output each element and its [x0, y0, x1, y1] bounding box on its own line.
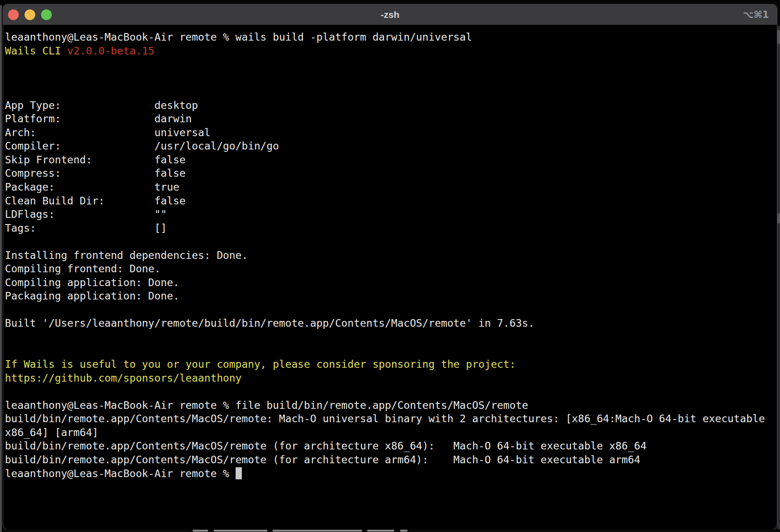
terminal-line [5, 303, 777, 317]
terminal-line: Installing frontend dependencies: Done. [5, 249, 777, 262]
terminal-text-segment: Arch: universal [5, 126, 211, 138]
traffic-lights [8, 4, 52, 25]
terminal-line [5, 58, 777, 71]
terminal-text-segment: Compress: false [5, 167, 186, 179]
terminal-text-segment: LDFlags: "" [5, 208, 167, 220]
background-window-edge-right [777, 26, 780, 529]
background-window-fragment [400, 530, 407, 532]
terminal-text-segment: Built '/Users/leaanthony/remote/build/bi… [5, 317, 535, 329]
terminal-cursor [236, 467, 242, 479]
window-shortcut-badge: ⌥⌘1 [743, 4, 769, 25]
terminal-line: LDFlags: "" [5, 208, 777, 221]
terminal-text-segment: leaanthony@Leas-MacBook-Air remote % wai… [5, 31, 472, 43]
terminal-text-segment: leaanthony@Leas-MacBook-Air remote % fil… [5, 399, 528, 411]
terminal-text-segment: Clean Build Dir: false [5, 195, 186, 207]
terminal-content[interactable]: leaanthony@Leas-MacBook-Air remote % wai… [3, 25, 777, 480]
terminal-text-segment: App Type: desktop [5, 99, 198, 111]
terminal-line: Packaging application: Done. [5, 289, 777, 303]
terminal-text-segment: Tags: [] [5, 222, 167, 234]
window-title: -zsh [381, 9, 399, 20]
terminal-text-segment: https://github.com/sponsors/leaanthony [5, 372, 241, 384]
terminal-line: build/bin/remote.app/Contents/MacOS/remo… [5, 439, 777, 453]
background-window-bottom-strip [3, 529, 777, 532]
terminal-line: leaanthony@Leas-MacBook-Air remote % [5, 467, 777, 481]
terminal-line: Platform: darwin [5, 112, 777, 126]
background-window-fragment [777, 213, 780, 223]
terminal-line: leaanthony@Leas-MacBook-Air remote % wai… [5, 30, 777, 44]
terminal-line: Tags: [] [5, 221, 777, 235]
terminal-line: build/bin/remote.app/Contents/MacOS/remo… [5, 412, 777, 426]
terminal-line: Package: true [5, 180, 777, 194]
terminal-text-segment: Compiler: /usr/local/go/bin/go [5, 140, 279, 152]
desktop: -zsh ⌥⌘1 leaanthony@Leas-MacBook-Air rem… [0, 0, 780, 532]
terminal-text-segment: Package: true [5, 181, 179, 193]
terminal-text-segment: build/bin/remote.app/Contents/MacOS/remo… [5, 412, 771, 424]
terminal-text-segment: x86_64] [arm64] [5, 426, 98, 438]
terminal-line: Clean Build Dir: false [5, 194, 777, 208]
close-button[interactable] [8, 9, 19, 20]
terminal-line [5, 235, 777, 249]
terminal-window: -zsh ⌥⌘1 leaanthony@Leas-MacBook-Air rem… [3, 4, 777, 529]
terminal-line: Wails CLI v2.0.0-beta.15 [5, 44, 777, 58]
terminal-line [5, 85, 777, 99]
terminal-line: x86_64] [arm64] [5, 426, 777, 440]
minimize-button[interactable] [25, 9, 35, 20]
terminal-text-segment: v2.0.0-beta.15 [67, 45, 154, 57]
terminal-text-segment: Platform: darwin [5, 112, 192, 125]
terminal-line [5, 344, 777, 358]
terminal-line: leaanthony@Leas-MacBook-Air remote % fil… [5, 399, 777, 412]
terminal-text-segment: Compiling frontend: Done. [5, 262, 161, 274]
terminal-text-segment: build/bin/remote.app/Contents/MacOS/remo… [5, 440, 647, 452]
terminal-text-segment: Wails CLI [5, 45, 67, 57]
zoom-button[interactable] [41, 9, 52, 20]
background-window-fragment [273, 530, 362, 532]
terminal-line: If Wails is useful to you or your compan… [5, 357, 777, 371]
terminal-line: Skip Frontend: false [5, 153, 777, 167]
terminal-text-segment: Installing frontend dependencies: Done. [5, 249, 248, 261]
terminal-line [5, 71, 777, 85]
background-window-fragment [367, 530, 394, 532]
terminal-text-segment: Compiling application: Done. [5, 276, 179, 288]
terminal-line: Compiling application: Done. [5, 276, 777, 290]
terminal-line: Built '/Users/leaanthony/remote/build/bi… [5, 316, 777, 330]
background-window-edge-left [0, 5, 2, 532]
background-window-fragment [214, 530, 267, 532]
terminal-text-segment: Packaging application: Done. [5, 290, 179, 302]
terminal-line: build/bin/remote.app/Contents/MacOS/remo… [5, 453, 777, 467]
terminal-text-segment: leaanthony@Leas-MacBook-Air remote % [5, 467, 236, 479]
terminal-line: App Type: desktop [5, 99, 777, 112]
terminal-line: Compiling frontend: Done. [5, 262, 777, 276]
background-window-fragment [777, 30, 780, 44]
terminal-text-segment: Skip Frontend: false [5, 154, 186, 166]
terminal-text-segment: If Wails is useful to you or your compan… [5, 358, 516, 370]
terminal-line: Arch: universal [5, 126, 777, 140]
background-window-fragment [193, 530, 208, 532]
terminal-line: Compiler: /usr/local/go/bin/go [5, 139, 777, 153]
terminal-text-segment: build/bin/remote.app/Contents/MacOS/remo… [5, 453, 640, 466]
terminal-line [5, 330, 777, 344]
terminal-line [5, 385, 777, 399]
titlebar[interactable]: -zsh ⌥⌘1 [3, 4, 777, 25]
terminal-line: https://github.com/sponsors/leaanthony [5, 371, 777, 385]
terminal-line: Compress: false [5, 166, 777, 180]
